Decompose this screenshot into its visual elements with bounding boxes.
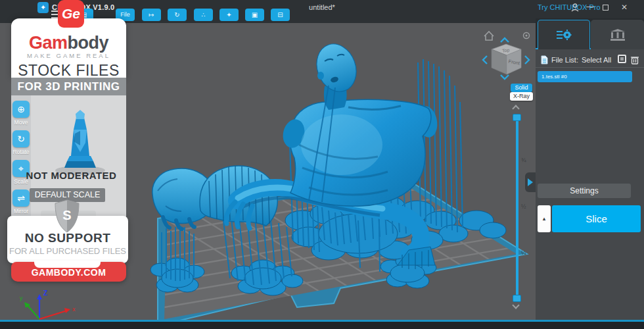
settings-button[interactable]: Settings xyxy=(538,184,631,198)
brand-gam: Gam xyxy=(29,33,68,53)
file-list-label: File List: xyxy=(551,56,578,64)
slider-label-12: ½ xyxy=(521,203,526,210)
gambody-logo: Gambody xyxy=(11,33,126,53)
axis-y-label: y xyxy=(20,295,23,301)
panel-tabbar xyxy=(536,18,644,49)
maximize-button[interactable] xyxy=(603,5,609,11)
toolbar-dig-hole-button[interactable]: ▣ xyxy=(245,9,264,21)
model-figure[interactable] xyxy=(280,38,440,206)
solid-view-button[interactable]: Solid xyxy=(511,84,532,92)
toolbar-export-button[interactable]: ↦ xyxy=(142,9,161,21)
view-cube[interactable]: Top Front xyxy=(483,32,530,79)
toolbar-print-box-button[interactable]: ⊟ xyxy=(271,9,290,21)
slice-button[interactable]: Slice xyxy=(552,205,641,232)
settings-list-icon xyxy=(556,29,572,41)
clip-slider-track[interactable] xyxy=(516,117,518,300)
axis-z-label: Z xyxy=(43,290,47,297)
user-icon[interactable] xyxy=(570,3,580,12)
select-all-checkbox[interactable] xyxy=(618,55,626,63)
purchased-files-text: FOR ALL PURCHASED FILES xyxy=(7,246,128,256)
axis-x-label: x xyxy=(72,306,76,313)
ge-badge: Ge xyxy=(58,0,84,28)
brand-tagline: MAKE GAME REAL xyxy=(11,52,126,59)
rotate-tool-label: Rotate xyxy=(11,149,31,155)
rotate-tool-icon[interactable]: ↻ xyxy=(12,130,30,147)
right-panel: File List: Select All 1.tes.stl #0 Setti… xyxy=(536,18,644,320)
support-columns-icon xyxy=(610,29,625,41)
checkbox-fill xyxy=(620,57,624,61)
mirror-tool-label: Mirror xyxy=(11,208,31,215)
trash-icon[interactable] xyxy=(631,55,639,64)
shield-letter: S xyxy=(62,208,71,222)
minimize-button[interactable]: — xyxy=(585,2,595,11)
document-icon xyxy=(541,55,548,64)
close-button[interactable]: ✕ xyxy=(619,3,630,12)
slider-label-14: ¼ xyxy=(521,249,526,256)
status-bar xyxy=(0,320,644,329)
figurine-image xyxy=(47,103,113,176)
file-list-header: File List: Select All xyxy=(536,52,644,68)
slider-bottom-handle[interactable] xyxy=(513,295,521,302)
move-tool-label: Move xyxy=(11,119,31,126)
card-bottom-notch xyxy=(34,261,101,268)
collapse-arrow-icon xyxy=(528,178,533,186)
toolbar-arrange-button[interactable]: ∴ xyxy=(194,9,213,21)
home-icon xyxy=(484,32,494,40)
axis-indicator: Z y x xyxy=(20,290,76,319)
for-3d-printing-band: FOR 3D PRINTING xyxy=(11,78,126,95)
toolbar-hollow-button[interactable]: ✦ xyxy=(219,9,239,21)
panel-collapse-tab[interactable] xyxy=(525,172,536,192)
mirror-tool-icon[interactable]: ⇌ xyxy=(12,190,30,207)
tab-support[interactable] xyxy=(591,20,644,49)
move-tool-icon[interactable]: ⊕ xyxy=(12,101,30,118)
slider-label-34: ¾ xyxy=(521,157,526,163)
stock-files-text: STOCK FILES xyxy=(11,62,126,80)
select-all-label: Select All xyxy=(582,56,611,64)
xray-view-button[interactable]: X-Ray xyxy=(510,92,533,101)
tab-print-settings[interactable] xyxy=(538,20,590,49)
slider-top-handle[interactable] xyxy=(513,114,521,121)
shield-icon: S xyxy=(55,199,80,234)
file-list-item[interactable]: 1.tes.stl #0 xyxy=(538,71,632,82)
toolbar-rotate-button[interactable]: ↻ xyxy=(168,9,187,21)
slice-options-button[interactable]: ▴ xyxy=(538,205,551,232)
not-moderated-text: NOT MODERATED xyxy=(16,170,126,181)
brand-body: body xyxy=(68,33,109,53)
